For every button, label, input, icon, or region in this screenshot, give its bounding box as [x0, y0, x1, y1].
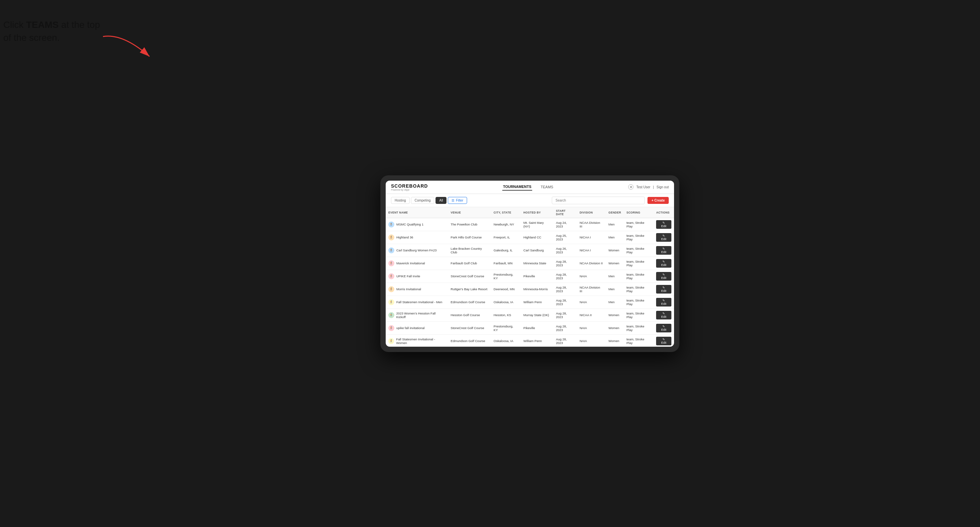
cell-division: NICAA I [577, 244, 606, 257]
cell-event-name: 🏌 Morris Invitational [386, 283, 448, 295]
cell-scoring: team, Stroke Play [624, 334, 654, 347]
cell-division: NAIA [577, 270, 606, 283]
event-name-text: Highland 36 [396, 235, 413, 239]
edit-button[interactable]: ✎ Edit [656, 285, 671, 294]
cell-start-date: Aug 28, 2023 [553, 295, 577, 308]
cell-city-state: Faribault, MN [491, 257, 521, 270]
cell-hosted-by: Highland CC [521, 231, 554, 244]
edit-button[interactable]: ✎ Edit [656, 311, 671, 319]
tournaments-table: EVENT NAME VENUE CITY, STATE HOSTED BY S… [386, 207, 674, 347]
edit-button[interactable]: ✎ Edit [656, 324, 671, 332]
cell-start-date: Aug 26, 2023 [553, 244, 577, 257]
event-name-text: upike fall invitational [396, 326, 425, 330]
logo-title: SCOREBOARD [391, 183, 428, 189]
cell-start-date: Aug 28, 2023 [553, 334, 577, 347]
competing-button[interactable]: Competing [411, 197, 434, 204]
cell-event-name: 🏌 upike fall invitational [386, 321, 448, 334]
cell-city-state: Freeport, IL [491, 231, 521, 244]
cell-venue: Edmundson Golf Course [448, 334, 491, 347]
cell-gender: Women [606, 257, 624, 270]
tab-teams[interactable]: TEAMS [540, 184, 554, 190]
cell-scoring: team, Stroke Play [624, 270, 654, 283]
table-row: 🏌 Fall Statesmen Invitational - Men Edmu… [386, 295, 674, 308]
cell-hosted-by: Minnesota-Morris [521, 283, 554, 295]
cell-division: NICAA I [577, 231, 606, 244]
cell-city-state: Prestonsburg, KY [491, 270, 521, 283]
team-icon: 🏌 [388, 338, 394, 344]
team-icon: 🏌 [388, 312, 395, 318]
hosting-button[interactable]: Hosting [391, 197, 410, 204]
cell-event-name: 🏌 Highland 36 [386, 231, 448, 244]
table-row: 🏌 2023 Women's Hesston Fall Kickoff Hess… [386, 308, 674, 321]
instruction-text: Click TEAMS at the top of the screen. [3, 20, 100, 43]
cell-scoring: team, Stroke Play [624, 218, 654, 231]
cell-city-state: Newburgh, NY [491, 218, 521, 231]
event-name-text: Carl Sandburg Women FA23 [396, 248, 436, 252]
logo-subtitle: Powered by clippt [391, 189, 428, 191]
cell-gender: Women [606, 308, 624, 321]
cell-venue: The Powelton Club [448, 218, 491, 231]
edit-button[interactable]: ✎ Edit [656, 337, 671, 345]
edit-button[interactable]: ✎ Edit [656, 259, 671, 268]
filter-icon: ☰ [452, 198, 455, 202]
col-hosted-by: HOSTED BY [521, 207, 554, 218]
cell-event-name: 🏌 2023 Women's Hesston Fall Kickoff [386, 308, 448, 321]
filter-button[interactable]: ☰ Filter [448, 197, 467, 204]
header-right: ⚙ Test User | Sign out [628, 184, 669, 190]
cell-division: NCAA Division III [577, 283, 606, 295]
cell-hosted-by: Carl Sandburg [521, 244, 554, 257]
cell-division: NAIA [577, 295, 606, 308]
cell-city-state: Prestonsburg, KY [491, 321, 521, 334]
cell-division: NCAA Division III [577, 218, 606, 231]
filter-buttons: Hosting Competing All ☰ Filter [391, 197, 467, 204]
team-icon: 🏌 [388, 325, 395, 331]
edit-button[interactable]: ✎ Edit [656, 233, 671, 242]
table-row: 🏌 MSMC Qualifying 1 The Powelton Club Ne… [386, 218, 674, 231]
table-row: 🏌 upike fall invitational StoneCrest Gol… [386, 321, 674, 334]
cell-venue: StoneCrest Golf Course [448, 321, 491, 334]
all-button[interactable]: All [436, 197, 447, 204]
create-button[interactable]: + Create [648, 197, 669, 204]
cell-hosted-by: Murray State (OK) [521, 308, 554, 321]
user-name: Test User [636, 185, 650, 189]
cell-gender: Women [606, 321, 624, 334]
tab-tournaments[interactable]: TOURNAMENTS [502, 183, 532, 190]
team-icon: 🏌 [388, 273, 395, 279]
cell-scoring: team, Stroke Play [624, 257, 654, 270]
cell-start-date: Aug 28, 2023 [553, 257, 577, 270]
cell-city-state: Hesston, KS [491, 308, 521, 321]
team-icon: 🏌 [388, 248, 395, 253]
cell-hosted-by: William Penn [521, 334, 554, 347]
cell-venue: Hesston Golf Course [448, 308, 491, 321]
cell-actions: ✎ Edit [654, 257, 674, 270]
cell-actions: ✎ Edit [654, 321, 674, 334]
cell-gender: Women [606, 244, 624, 257]
cell-event-name: 🏌 Carl Sandburg Women FA23 [386, 244, 448, 257]
cell-start-date: Aug 25, 2023 [553, 231, 577, 244]
search-input[interactable] [552, 197, 645, 204]
edit-button[interactable]: ✎ Edit [656, 220, 671, 229]
filter-label: Filter [456, 198, 463, 202]
team-icon: 🏌 [388, 286, 395, 292]
cell-scoring: team, Stroke Play [624, 295, 654, 308]
cell-hosted-by: Mt. Saint Mary (NY) [521, 218, 554, 231]
team-icon: 🏌 [388, 260, 395, 266]
cell-gender: Men [606, 270, 624, 283]
cell-actions: ✎ Edit [654, 270, 674, 283]
cell-scoring: team, Stroke Play [624, 308, 654, 321]
cell-gender: Men [606, 295, 624, 308]
col-start-date: START DATE [553, 207, 577, 218]
cell-gender: Men [606, 218, 624, 231]
edit-button[interactable]: ✎ Edit [656, 246, 671, 255]
cell-actions: ✎ Edit [654, 334, 674, 347]
cell-division: NCAA Division II [577, 257, 606, 270]
cell-venue: Ruttger's Bay Lake Resort [448, 283, 491, 295]
settings-icon[interactable]: ⚙ [628, 184, 633, 190]
edit-button[interactable]: ✎ Edit [656, 298, 671, 306]
sign-out-link[interactable]: Sign out [656, 185, 669, 189]
table-container: EVENT NAME VENUE CITY, STATE HOSTED BY S… [386, 207, 674, 347]
cell-actions: ✎ Edit [654, 244, 674, 257]
nav-tabs: TOURNAMENTS TEAMS [502, 183, 554, 190]
cell-gender: Men [606, 283, 624, 295]
edit-button[interactable]: ✎ Edit [656, 272, 671, 281]
